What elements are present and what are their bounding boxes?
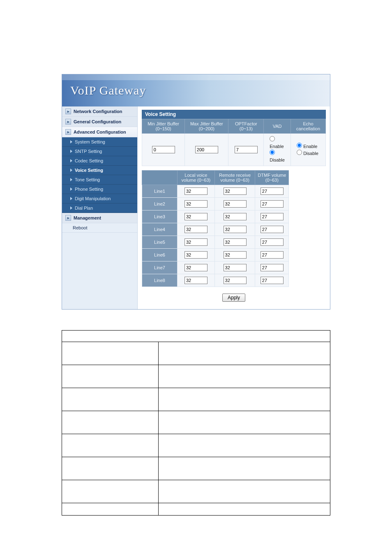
dtmf-volume-input[interactable] — [261, 200, 284, 208]
remote-volume-input[interactable] — [224, 264, 247, 271]
local-volume-input[interactable] — [184, 251, 208, 259]
echo-enable-option[interactable]: Enable — [293, 143, 324, 150]
col-echo: Echo cancellation — [291, 119, 326, 134]
triangle-icon — [70, 159, 72, 162]
sidebar-item-label: General Configuration — [74, 119, 121, 124]
triangle-icon — [70, 197, 72, 200]
sidebar-item-voice-setting[interactable]: Voice Setting — [62, 166, 137, 175]
expand-icon: ▸ — [65, 129, 71, 135]
max-jitter-input[interactable] — [195, 146, 218, 153]
table-row: Line2 — [142, 198, 289, 210]
table-row: Line4 — [142, 223, 289, 236]
dtmf-volume-input[interactable] — [261, 277, 284, 284]
col-min-jitter: Min Jitter Buffer (0~150) — [142, 119, 185, 134]
line-label: Line7 — [142, 261, 178, 274]
sidebar-item-phone-setting[interactable]: Phone Setting — [62, 185, 137, 194]
banner: VoIP Gateway — [62, 74, 330, 106]
jitter-table: Min Jitter Buffer (0~150) Max Jitter Buf… — [142, 119, 326, 166]
triangle-icon — [70, 206, 72, 210]
line-label: Line2 — [142, 198, 178, 210]
table-row: Line7 — [142, 261, 289, 274]
local-volume-input[interactable] — [184, 277, 208, 284]
local-volume-input[interactable] — [184, 213, 208, 220]
sidebar-item-label: SNTP Setting — [75, 149, 102, 154]
sidebar-item-label: Voice Setting — [75, 168, 103, 173]
local-volume-input[interactable] — [184, 187, 208, 195]
col-max-jitter: Max Jitter Buffer (0~200) — [185, 119, 228, 134]
sidebar: ▸ Network Configuration ▸ General Config… — [62, 106, 138, 309]
line-label: Line1 — [142, 185, 178, 198]
sidebar-item-general-configuration[interactable]: ▸ General Configuration — [62, 117, 137, 127]
sidebar-item-label: Dial Plan — [75, 206, 93, 210]
sidebar-item-label: Codec Setting — [75, 158, 103, 163]
sidebar-item-network-configuration[interactable]: ▸ Network Configuration — [62, 106, 137, 117]
expand-icon: ▸ — [65, 119, 71, 125]
apply-button[interactable]: Apply — [222, 294, 245, 302]
volume-table: Local voice volume (0~63) Remote receive… — [142, 170, 289, 287]
content-area: Voice Setting Min Jitter Buffer (0~150) … — [138, 106, 330, 309]
sidebar-item-management[interactable]: ▸ Management — [62, 213, 137, 223]
col-dtmf-volume: DTMF volume (0~63) — [255, 171, 289, 185]
remote-volume-input[interactable] — [224, 213, 247, 220]
local-volume-input[interactable] — [184, 238, 208, 246]
line-label: Line4 — [142, 223, 178, 236]
sidebar-item-advanced-configuration[interactable]: ▸ Advanced Configuration — [62, 127, 137, 137]
sidebar-item-label: Tone Setting — [75, 177, 100, 182]
dtmf-volume-input[interactable] — [261, 251, 284, 259]
dtmf-volume-input[interactable] — [261, 187, 284, 195]
sidebar-item-system-setting[interactable]: System Setting — [62, 137, 137, 147]
app-title: VoIP Gateway — [70, 83, 146, 97]
remote-volume-input[interactable] — [224, 251, 247, 259]
local-volume-input[interactable] — [184, 200, 208, 208]
col-line — [142, 171, 178, 185]
remote-volume-input[interactable] — [224, 187, 247, 195]
dtmf-volume-input[interactable] — [261, 213, 284, 220]
expand-icon: ▸ — [65, 109, 71, 114]
vad-disable-option[interactable]: Disable — [265, 150, 289, 163]
dtmf-volume-input[interactable] — [261, 264, 284, 271]
line-label: Line3 — [142, 210, 178, 223]
panel-title: Voice Setting — [142, 110, 326, 119]
triangle-icon — [70, 140, 72, 143]
triangle-icon — [70, 150, 72, 153]
local-volume-input[interactable] — [184, 226, 208, 233]
col-remote-volume: Remote receive volume (0~63) — [214, 171, 255, 185]
outline-table — [62, 330, 330, 516]
min-jitter-input[interactable] — [152, 146, 175, 153]
sidebar-item-label: Network Configuration — [74, 109, 122, 114]
sidebar-item-codec-setting[interactable]: Codec Setting — [62, 156, 137, 166]
table-row: Line8 — [142, 274, 289, 287]
local-volume-input[interactable] — [184, 264, 208, 271]
dtmf-volume-input[interactable] — [261, 226, 284, 233]
sidebar-item-dial-plan[interactable]: Dial Plan — [62, 204, 137, 213]
dtmf-volume-input[interactable] — [261, 238, 284, 246]
sidebar-item-label: System Setting — [75, 139, 105, 144]
col-optfactor: OPTFactor (0~13) — [228, 119, 264, 134]
sidebar-item-label: Phone Setting — [75, 187, 103, 192]
remote-volume-input[interactable] — [224, 277, 247, 284]
triangle-icon — [70, 169, 72, 172]
vad-enable-option[interactable]: Enable — [265, 136, 289, 150]
table-row: Line6 — [142, 249, 289, 261]
triangle-icon — [70, 187, 72, 191]
remote-volume-input[interactable] — [224, 238, 247, 246]
col-local-volume: Local voice volume (0~63) — [178, 171, 215, 185]
sidebar-item-label: Management — [74, 215, 101, 220]
col-vad: VAD — [264, 119, 291, 134]
app-shell: VoIP Gateway ▸ Network Configuration ▸ G… — [62, 74, 330, 310]
sidebar-item-tone-setting[interactable]: Tone Setting — [62, 175, 137, 185]
line-label: Line6 — [142, 249, 178, 261]
table-row: Line3 — [142, 210, 289, 223]
sidebar-item-digit-manipulation[interactable]: Digit Manipulation — [62, 194, 137, 204]
sidebar-item-reboot[interactable]: Reboot — [62, 223, 137, 233]
line-label: Line5 — [142, 236, 178, 249]
remote-volume-input[interactable] — [224, 226, 247, 233]
expand-icon: ▸ — [65, 215, 71, 221]
sidebar-item-label: Advanced Configuration — [74, 130, 126, 134]
remote-volume-input[interactable] — [224, 200, 247, 208]
sidebar-item-sntp-setting[interactable]: SNTP Setting — [62, 147, 137, 156]
line-label: Line8 — [142, 274, 178, 287]
echo-disable-option[interactable]: Disable — [293, 150, 324, 157]
optfactor-input[interactable] — [235, 146, 258, 153]
triangle-icon — [70, 178, 72, 181]
